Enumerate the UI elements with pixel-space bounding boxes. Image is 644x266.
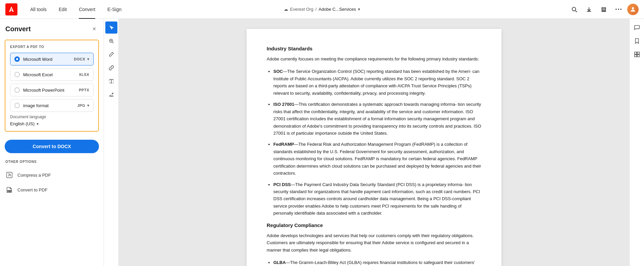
nav-all-tools[interactable]: All tools — [24, 0, 53, 19]
nav-breadcrumb: ☁ Everest Org / Adobe C...Services ▾ — [284, 7, 360, 12]
compress-pdf-label: Compress a PDF — [17, 173, 51, 178]
svg-point-7 — [620, 9, 622, 10]
compress-pdf-option[interactable]: Compress a PDF — [0, 168, 104, 182]
industry-standards-list: SOC—The Service Organization Control (SO… — [273, 68, 481, 217]
bookmark-button[interactable] — [631, 35, 643, 47]
sidebar-header: Convert × — [0, 19, 104, 37]
convert-to-docx-button[interactable]: Convert to DOCX — [5, 140, 99, 153]
download-button[interactable] — [583, 3, 595, 15]
search-button[interactable] — [568, 3, 580, 15]
word-chevron-icon[interactable]: ▾ — [87, 57, 89, 61]
image-chevron-icon[interactable]: ▾ — [87, 103, 89, 108]
export-label: EXPORT A PDF TO — [10, 45, 94, 49]
cursor-tool-button[interactable] — [105, 21, 117, 34]
format-option-image[interactable]: image format JPG ▾ — [10, 99, 94, 112]
radio-word — [14, 56, 20, 62]
zoom-tool-button[interactable] — [105, 35, 117, 47]
svg-rect-19 — [634, 55, 636, 57]
svg-line-1 — [576, 10, 577, 12]
format-word-ext: DOCX — [74, 57, 85, 61]
doc-area: Industry Standards Adobe currently focus… — [119, 19, 629, 266]
edit-tool-button[interactable] — [105, 48, 117, 60]
doc-lang-value: English (US) — [10, 121, 35, 126]
regulatory-compliance-title: Regulatory Compliance — [267, 222, 481, 228]
format-ppt-ext: PPTX — [79, 88, 89, 92]
industry-standards-title: Industry Standards — [267, 46, 481, 51]
text-tool-button[interactable] — [105, 75, 117, 87]
svg-point-5 — [615, 9, 617, 10]
right-sidebar — [629, 19, 644, 266]
nav-esign[interactable]: E-Sign — [101, 0, 127, 19]
svg-rect-17 — [634, 52, 636, 54]
convert-to-pdf-icon: PDF — [5, 186, 13, 194]
format-image-ext: JPG — [77, 103, 85, 107]
print-button[interactable] — [598, 3, 610, 15]
format-word-label: Microsoft Word — [23, 57, 52, 62]
bullet-iso: ISO 27001—This certification demonstrate… — [273, 101, 481, 137]
radio-ppt — [14, 87, 20, 93]
format-option-word[interactable]: Microsoft Word DOCX ▾ — [10, 53, 94, 65]
more-options-button[interactable] — [612, 3, 625, 15]
lang-chevron-icon: ▾ — [37, 122, 39, 126]
regulatory-intro: Adobe develops technologies and services… — [267, 232, 481, 254]
svg-point-6 — [618, 9, 619, 10]
export-panel: EXPORT A PDF TO Microsoft Word DOCX ▾ Mi… — [5, 40, 99, 132]
radio-image — [14, 103, 20, 108]
svg-rect-4 — [603, 10, 604, 11]
bullet-soc: SOC—The Service Organization Control (SO… — [273, 68, 481, 97]
other-options-label: OTHER OPTIONS — [0, 160, 104, 164]
regulatory-list: GLBA—The Gramm-Leach-Bliley Act (GLBA) r… — [273, 259, 481, 266]
nav-edit[interactable]: Edit — [53, 0, 73, 19]
top-nav: All tools Edit Convert E-Sign ☁ Everest … — [0, 0, 644, 19]
sidebar-title: Convert — [5, 25, 31, 33]
comment-button[interactable] — [631, 21, 643, 34]
format-ppt-label: Microsoft PowerPoint — [23, 88, 64, 93]
compress-icon — [5, 171, 13, 179]
svg-rect-18 — [637, 52, 639, 54]
convert-to-pdf-label: Convert to PDF — [17, 187, 48, 192]
nav-right-actions — [568, 3, 639, 15]
convert-to-pdf-option[interactable]: PDF Convert to PDF — [0, 182, 104, 197]
bullet-glba: GLBA—The Gramm-Leach-Bliley Act (GLBA) r… — [273, 259, 481, 266]
svg-line-12 — [112, 42, 113, 43]
document-page: Industry Standards Adobe currently focus… — [247, 29, 501, 266]
sidebar-close-button[interactable]: × — [90, 25, 98, 33]
grid-view-button[interactable] — [631, 48, 643, 60]
app-logo[interactable] — [5, 3, 17, 15]
doc-lang-label: Document language — [10, 115, 94, 119]
format-option-excel[interactable]: Microsoft Excel XLSX — [10, 68, 94, 81]
format-excel-ext: XLSX — [79, 73, 89, 77]
tool-sidebar — [104, 19, 119, 266]
bullet-pci: PCI DSS—The Payment Card Industry Data S… — [273, 181, 481, 217]
doc-lang-select[interactable]: English (US) ▾ — [10, 121, 94, 126]
cloud-icon: ☁ — [284, 7, 288, 12]
main-layout: Convert × EXPORT A PDF TO Microsoft Word… — [0, 19, 644, 266]
convert-sidebar: Convert × EXPORT A PDF TO Microsoft Word… — [0, 19, 104, 266]
format-excel-label: Microsoft Excel — [23, 72, 53, 77]
nav-convert[interactable]: Convert — [73, 0, 101, 19]
industry-standards-intro: Adobe currently focuses on meeting the c… — [267, 55, 481, 62]
svg-point-8 — [632, 7, 634, 9]
format-image-label: image format — [23, 103, 49, 108]
user-avatar[interactable] — [627, 4, 639, 15]
link-tool-button[interactable] — [105, 62, 117, 74]
signature-tool-button[interactable] — [105, 89, 117, 101]
radio-excel — [14, 72, 20, 77]
svg-text:PDF: PDF — [8, 190, 12, 192]
svg-rect-20 — [637, 55, 639, 57]
svg-point-0 — [572, 7, 576, 11]
format-option-powerpoint[interactable]: Microsoft PowerPoint PPTX — [10, 84, 94, 96]
doc-lang-section: Document language English (US) ▾ — [10, 115, 94, 126]
breadcrumb-chevron-icon[interactable]: ▾ — [358, 7, 360, 12]
bullet-fedramp: FedRAMP—The Federal Risk and Authorizati… — [273, 141, 481, 177]
